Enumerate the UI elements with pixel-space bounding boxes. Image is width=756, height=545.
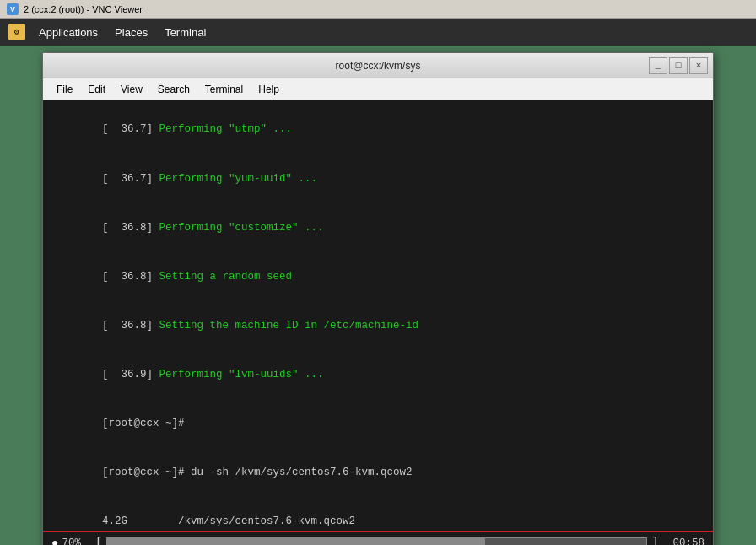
menu-edit[interactable]: Edit <box>81 81 112 98</box>
gnome-icon: ⚙ <box>8 24 25 40</box>
maximize-button[interactable]: □ <box>669 57 688 74</box>
line-6: [ 36.9] Performing "lvm-uuids" ... <box>51 351 705 400</box>
menu-search[interactable]: Search <box>151 81 197 98</box>
terminal-titlebar: root@ccx:/kvm/sys _ □ × <box>43 53 713 78</box>
window-controls: _ □ × <box>649 57 708 74</box>
close-button[interactable]: × <box>689 57 708 74</box>
menu-help[interactable]: Help <box>251 81 286 98</box>
gnome-panel: ⚙ Applications Places Terminal <box>0 19 756 46</box>
line-8: [root@ccx ~]# du -sh /kvm/sys/centos7.6-… <box>51 449 705 498</box>
minimize-button[interactable]: _ <box>649 57 667 74</box>
line-9: 4.2G /kvm/sys/centos7.6-kvm.qcow2 <box>51 498 705 531</box>
line-7: [root@ccx ~]# <box>51 400 705 449</box>
progress-bracket-close: ] <box>651 536 659 545</box>
vnc-title: 2 (ccx:2 (root)) - VNC Viewer <box>24 4 143 14</box>
vnc-icon: V <box>7 3 19 15</box>
menu-file[interactable]: File <box>50 81 79 98</box>
progress-bar-fill <box>107 538 485 545</box>
terminal-window: root@ccx:/kvm/sys _ □ × File Edit View S… <box>42 52 714 545</box>
gnome-places[interactable]: Places <box>108 23 154 42</box>
terminal-lines: [ 36.7] Performing "utmp" ... [ 36.7] Pe… <box>51 105 705 531</box>
progress-dot: ● <box>51 537 58 545</box>
progress-percent: 70% <box>62 537 91 545</box>
gnome-terminal[interactable]: Terminal <box>158 23 213 42</box>
line-5: [ 36.8] Setting the machine ID in /etc/m… <box>51 302 705 351</box>
progress-row: ● 70% [ ] 00:58 <box>51 536 705 545</box>
menu-view[interactable]: View <box>114 81 149 98</box>
progress-area: ● 70% [ ] 00:58 <box>43 531 713 545</box>
terminal-menubar: File Edit View Search Terminal Help <box>43 78 713 100</box>
progress-time: 00:58 <box>662 537 705 545</box>
line-3: [ 36.8] Performing "customize" ... <box>51 203 705 252</box>
terminal-title: root@ccx:/kvm/sys <box>336 60 421 72</box>
line-2: [ 36.7] Performing "yum-uuid" ... <box>51 154 705 203</box>
progress-bar <box>106 537 647 545</box>
line-1: [ 36.7] Performing "utmp" ... <box>51 105 705 154</box>
vnc-titlebar: V 2 (ccx:2 (root)) - VNC Viewer <box>0 0 756 19</box>
gnome-applications[interactable]: Applications <box>32 23 105 42</box>
progress-bracket-open: [ <box>94 536 103 545</box>
line-4: [ 36.8] Setting a random seed <box>51 252 705 301</box>
terminal-content: [ 36.7] Performing "utmp" ... [ 36.7] Pe… <box>43 100 713 531</box>
menu-terminal[interactable]: Terminal <box>198 81 250 98</box>
